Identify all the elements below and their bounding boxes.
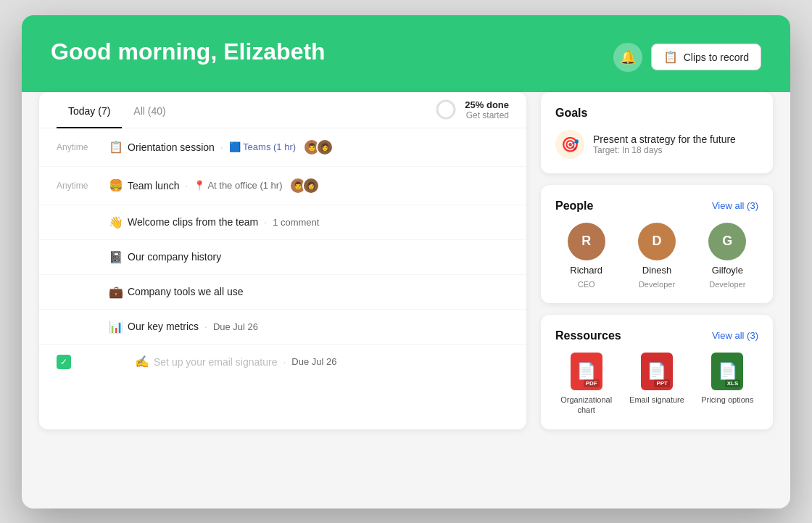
header-actions: 🔔 📋 Clips to record [613,43,761,72]
task-name: Our key metrics [128,321,199,332]
people-title: People [555,199,593,213]
task-content: 📓Our company history [109,250,509,264]
task-meta: Due Jul 26 [213,321,258,332]
task-emoji: 📓 [109,250,123,264]
tasks-card: Today (7) All (40) 25% done Get started … [39,92,526,430]
resource-card[interactable]: 📄 PPT Email signature [626,353,687,416]
bell-icon: 🔔 [620,49,636,65]
task-row[interactable]: ✓✍️Set up your email signature·Due Jul 2… [39,345,526,379]
goal-target: Target: In 18 days [593,145,736,155]
resources-header: Ressources View all (3) [555,329,758,342]
tab-all[interactable]: All (40) [122,92,177,128]
person-name: Richard [570,265,602,276]
clips-icon: 📋 [663,50,678,64]
people-grid: R Richard CEO D Dinesh Developer G Gilfo… [555,223,758,289]
main-content: Today (7) All (40) 25% done Get started … [22,92,790,448]
task-name: Welcome clips from the team [128,216,258,228]
task-content: 👋Welcome clips from the team·1 comment [109,215,509,229]
people-card: People View all (3) R Richard CEO D Dine… [541,185,773,303]
task-row[interactable]: 💼Company tools we all use [39,275,526,310]
goal-icon: 🎯 [555,130,584,159]
bell-button[interactable]: 🔔 [613,43,642,72]
resource-icon: 📄 XLS [711,353,743,390]
task-content: 💼Company tools we all use [109,285,509,299]
task-meta: 1 comment [273,217,319,228]
task-emoji: 📊 [109,320,123,334]
resource-name: Pricing options [701,395,753,405]
resources-card: Ressources View all (3) 📄 PDF Organizati… [541,315,773,430]
person-card[interactable]: G Gilfoyle Developer [697,223,758,289]
task-row[interactable]: 📊Our key metrics·Due Jul 26 [39,310,526,345]
avatar: 👩 [302,177,320,194]
person-name: Dinesh [642,265,671,276]
task-emoji: 💼 [109,285,123,299]
task-dot: · [283,356,286,368]
task-row[interactable]: Anytime🍔Team lunch·📍 At the office (1 hr… [39,167,526,205]
task-row[interactable]: 📓Our company history [39,240,526,275]
goal-item: 🎯 Present a strategy for the future Targ… [555,130,758,159]
task-emoji: ✍️ [135,355,149,368]
progress-text: 25% done Get started [465,99,509,120]
resource-icon: 📄 PDF [571,353,602,390]
task-name: Set up your email signature [154,356,277,368]
resources-grid: 📄 PDF Organizational chart 📄 PPT Email s… [555,353,758,416]
task-content: 📊Our key metrics·Due Jul 26 [109,320,509,334]
task-emoji: 👋 [109,215,123,229]
resource-icon: 📄 PPT [641,353,673,390]
task-content: ✍️Set up your email signature·Due Jul 26 [135,355,509,368]
goal-text: Present a strategy for the future Target… [593,133,736,155]
task-row[interactable]: Anytime📋Orientation session·🟦 Teams (1 h… [39,128,526,167]
person-card[interactable]: R Richard CEO [555,223,617,289]
task-name: Team lunch [128,180,180,192]
resource-card[interactable]: 📄 PDF Organizational chart [555,353,617,416]
task-meta: 🟦 Teams (1 hr) [229,141,296,152]
task-dot: · [204,321,207,332]
goals-card: Goals 🎯 Present a strategy for the futur… [541,92,773,173]
avatar: D [638,223,676,260]
person-role: Developer [639,280,675,289]
tabs-bar: Today (7) All (40) 25% done Get started [39,92,526,128]
file-type-label: XLS [725,379,741,387]
task-name: Orientation session [128,141,215,153]
avatar: G [708,223,746,260]
avatar-group: 👨👩 [289,177,320,194]
progress-sublabel: Get started [465,110,509,120]
clips-button[interactable]: 📋 Clips to record [651,44,761,70]
right-panel: Goals 🎯 Present a strategy for the futur… [541,92,773,430]
person-role: CEO [578,280,595,289]
people-view-all[interactable]: View all (3) [712,200,758,211]
file-type-label: PPT [654,379,670,387]
person-card[interactable]: D Dinesh Developer [626,223,687,289]
resource-name: Email signature [629,395,684,405]
resources-title: Ressources [555,329,621,342]
avatar-group: 👨👩 [303,139,334,156]
task-name: Company tools we all use [128,286,244,297]
tab-today[interactable]: Today (7) [57,92,122,128]
people-header: People View all (3) [555,199,758,213]
avatar: R [568,223,605,260]
resource-card[interactable]: 📄 XLS Pricing options [697,353,758,416]
task-row[interactable]: 👋Welcome clips from the team·1 comment [39,205,526,240]
task-emoji: 🍔 [109,178,123,192]
clips-label: Clips to record [684,52,749,63]
task-emoji: 📋 [109,140,123,154]
resources-view-all[interactable]: View all (3) [712,330,758,341]
tabs-left: Today (7) All (40) [57,92,178,128]
task-content: 📋Orientation session·🟦 Teams (1 hr)👨👩 [109,139,509,156]
task-dot: · [264,216,267,228]
task-name: Our company history [128,251,221,263]
task-list: Anytime📋Orientation session·🟦 Teams (1 h… [39,128,526,379]
person-role: Developer [709,280,745,289]
file-type-label: PDF [584,379,600,387]
resource-name: Organizational chart [555,395,617,416]
app-window: Good morning, Elizabeth 🔔 📋 Clips to rec… [22,15,790,508]
task-time: Anytime [57,181,97,191]
task-dot: · [186,180,188,192]
task-content: 🍔Team lunch·📍 At the office (1 hr)👨👩 [109,177,509,194]
task-dot: · [220,141,223,153]
goals-title: Goals [555,107,758,120]
svg-point-0 [437,101,455,118]
task-time: Anytime [57,142,97,152]
goal-name: Present a strategy for the future [593,133,736,145]
task-check: ✓ [57,355,71,369]
